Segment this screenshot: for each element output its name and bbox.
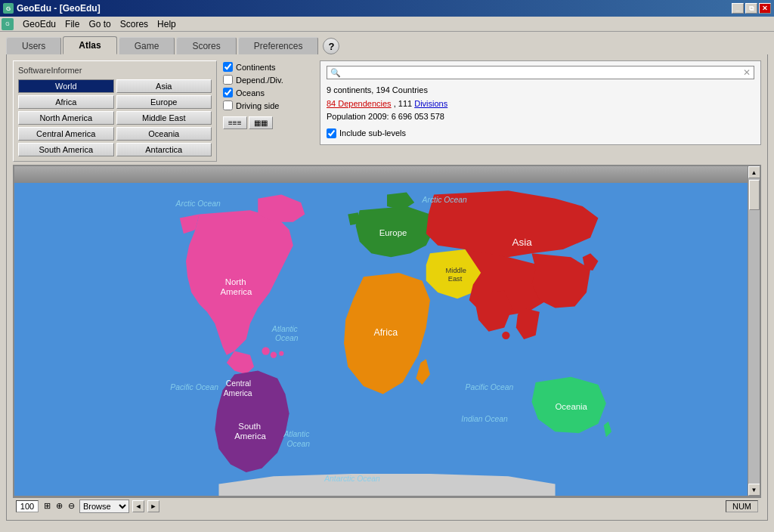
menu-bar: G GeoEdu File Go to Scores Help <box>0 17 774 32</box>
british-isles-shape <box>348 212 360 225</box>
continents-checkbox[interactable] <box>223 62 233 72</box>
sofwareinformer-label: SoftwareInformer <box>18 66 212 75</box>
scandinavia-shape <box>387 192 414 210</box>
grid-view-button[interactable]: ▦▦ <box>249 116 273 129</box>
east-asia-shape <box>531 253 590 308</box>
menu-scores[interactable]: Scores <box>116 17 153 31</box>
region-oceania-button[interactable]: Oceania <box>116 127 212 141</box>
stats-line2: 84 Dependencies , 111 Divisions <box>327 97 754 111</box>
tab-game[interactable]: Game <box>119 37 175 54</box>
world-map-svg[interactable]: North America Europe Asia Africa Middle … <box>14 183 760 496</box>
help-button[interactable]: ? <box>323 38 339 54</box>
browse-select[interactable]: Browse Navigate Zoom <box>79 500 129 513</box>
continents-label: Continents <box>236 63 276 72</box>
atlantic-ocean-n-label: Atlantic <box>271 325 299 333</box>
north-america-label: North <box>225 277 246 286</box>
oceans-label: Oceans <box>236 88 265 97</box>
search-box: 🔍 ✕ <box>327 66 754 79</box>
region-central-america-button[interactable]: Central America <box>18 127 114 141</box>
region-europe-button[interactable]: Europe <box>116 95 212 109</box>
europe-label: Europe <box>379 228 407 237</box>
app-icon: G <box>3 3 14 14</box>
atlantic-ocean-s-label: Atlantic <box>283 430 310 438</box>
madagascar-shape <box>416 359 430 385</box>
tab-preferences[interactable]: Preferences <box>238 37 319 54</box>
central-america-shape <box>227 351 254 375</box>
stats-mid: , 111 <box>394 99 415 108</box>
region-africa-button[interactable]: Africa <box>18 95 114 109</box>
menu-goto[interactable]: Go to <box>84 17 115 31</box>
window-title: GeoEdu - [GeoEdu] <box>17 3 101 14</box>
japan-shape <box>583 253 599 271</box>
window-controls: _ ⧉ ✕ <box>732 3 771 14</box>
list-view-button[interactable]: ≡≡≡ <box>223 116 247 129</box>
region-panel: SoftwareInformer World Asia Africa Europ… <box>13 60 217 162</box>
include-sublevels-checkbox[interactable] <box>327 128 336 138</box>
central-america-label2: America <box>224 389 252 397</box>
scroll-up-button[interactable]: ▲ <box>748 166 760 178</box>
menu-file[interactable]: File <box>60 17 84 31</box>
africa-label: Africa <box>373 327 398 338</box>
region-south-america-button[interactable]: South America <box>18 143 114 156</box>
divisions-link[interactable]: Divisions <box>414 99 447 108</box>
options-panel: Continents Depend./Div. Oceans Driving s… <box>223 60 314 129</box>
scroll-track <box>748 178 760 484</box>
region-asia-button[interactable]: Asia <box>116 79 212 93</box>
arctic-ocean-west-label: Arctic Ocean <box>175 200 221 208</box>
map-header <box>14 166 760 183</box>
close-button[interactable]: ✕ <box>759 3 771 14</box>
oceans-checkbox[interactable] <box>223 88 233 97</box>
caribbean-shape <box>262 347 269 354</box>
region-middle-east-button[interactable]: Middle East <box>116 111 212 125</box>
scroll-left-button[interactable]: ◄ <box>132 500 144 512</box>
info-panel: 🔍 ✕ 9 continents, 194 Countries 84 Depen… <box>320 60 761 145</box>
zoom-fit-icon[interactable]: ⊞ <box>42 501 52 512</box>
zoom-in-icon[interactable]: ⊕ <box>54 501 64 512</box>
top-panel-row: SoftwareInformer World Asia Africa Europ… <box>13 60 761 162</box>
stats-line1: 9 continents, 194 Countries <box>327 84 754 97</box>
zoom-icons: ⊞ ⊕ ⊖ <box>42 501 76 512</box>
menu-geoedu[interactable]: GeoEdu <box>18 17 60 31</box>
minimize-button[interactable]: _ <box>732 3 744 14</box>
depend-div-checkbox[interactable] <box>223 75 233 85</box>
region-antarctica-button[interactable]: Antarctica <box>116 143 212 156</box>
svg-point-1 <box>279 351 283 356</box>
depend-div-label: Depend./Div. <box>236 76 283 85</box>
num-status: NUM <box>726 500 758 512</box>
search-input[interactable] <box>344 68 743 77</box>
driving-side-label: Driving side <box>236 101 279 110</box>
restore-button[interactable]: ⧉ <box>745 3 757 14</box>
tab-scores[interactable]: Scores <box>176 37 236 54</box>
se-asia-peninsula <box>516 308 540 339</box>
scroll-thumb[interactable] <box>749 180 760 210</box>
app-logo: G <box>2 18 14 30</box>
region-world-button[interactable]: World <box>18 79 114 93</box>
central-america-label: Central <box>226 379 251 388</box>
tab-users[interactable]: Users <box>6 37 61 54</box>
dependencies-link[interactable]: 84 Dependencies <box>327 99 392 108</box>
tabs-row: Users Atlas Game Scores Preferences ? <box>0 32 774 54</box>
sri-lanka-shape <box>502 332 509 339</box>
bottom-bar: 100 ⊞ ⊕ ⊖ Browse Navigate Zoom ◄ ► NUM <box>13 497 761 514</box>
title-bar: G GeoEdu - [GeoEdu] _ ⧉ ✕ <box>0 0 774 17</box>
oceania-label: Oceania <box>556 402 588 411</box>
clear-search-button[interactable]: ✕ <box>743 67 751 78</box>
scroll-right-button[interactable]: ► <box>147 500 159 512</box>
scroll-down-button[interactable]: ▼ <box>748 484 760 496</box>
atlantic-ocean-s-label2: Ocean <box>287 440 311 448</box>
new-zealand-shape <box>604 422 611 438</box>
arctic-ocean-east-label: Arctic Ocean <box>422 196 467 204</box>
tab-atlas[interactable]: Atlas <box>63 36 116 54</box>
menu-help[interactable]: Help <box>153 17 181 31</box>
search-icon: 🔍 <box>330 68 341 78</box>
pacific-ocean-e-label: Pacific Ocean <box>466 383 514 391</box>
region-north-america-button[interactable]: North America <box>18 111 114 125</box>
zoom-out-icon[interactable]: ⊖ <box>66 501 76 512</box>
content-area: SoftwareInformer World Asia Africa Europ… <box>6 54 768 521</box>
middle-east-label: Middle <box>446 267 466 274</box>
south-america-label: South <box>238 422 261 431</box>
region-grid: World Asia Africa Europe North America M… <box>18 79 212 156</box>
driving-side-checkbox[interactable] <box>223 101 233 110</box>
north-america-label2: America <box>221 287 252 296</box>
asia-label: Asia <box>512 237 533 248</box>
